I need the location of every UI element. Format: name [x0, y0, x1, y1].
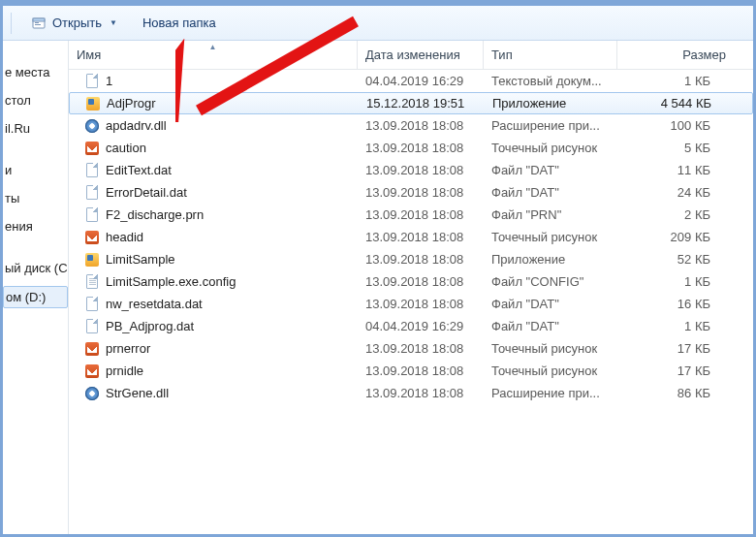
- cell-date: 13.09.2018 18:08: [358, 252, 484, 267]
- bmp-icon: [84, 230, 100, 245]
- cell-date: 13.09.2018 18:08: [358, 386, 484, 400]
- txt-icon: [84, 74, 100, 89]
- table-row[interactable]: 104.04.2019 16:29Текстовый докум...1 КБ: [69, 70, 753, 92]
- table-row[interactable]: caution13.09.2018 18:08Точечный рисунок5…: [69, 137, 753, 159]
- sidebar: е местастолil.Ruитыенияый диск (Cом (D:): [3, 41, 69, 534]
- cell-date: 04.04.2019 16:29: [358, 74, 484, 88]
- svg-rect-3: [35, 24, 41, 25]
- table-row[interactable]: F2_discharge.prn13.09.2018 18:08Файл "PR…: [69, 204, 753, 226]
- file-rows: 104.04.2019 16:29Текстовый докум...1 КБA…: [69, 70, 753, 534]
- cell-type: Расширение при...: [484, 118, 617, 133]
- table-row[interactable]: LimitSample.exe.config13.09.2018 18:08Фа…: [69, 270, 753, 293]
- cell-type: Точечный рисунок: [484, 141, 617, 155]
- file-name: LimitSample.exe.config: [106, 274, 236, 289]
- cell-size: 11 КБ: [617, 163, 734, 177]
- cell-name: apdadrv.dll: [69, 118, 358, 134]
- sidebar-item[interactable]: е места: [3, 62, 68, 82]
- file-name: LimitSample: [106, 252, 175, 267]
- cell-name: EditText.dat: [69, 163, 358, 178]
- cell-type: Текстовый докум...: [484, 74, 617, 88]
- table-row[interactable]: LimitSample13.09.2018 18:08Приложение52 …: [69, 248, 753, 270]
- page-icon: [84, 297, 100, 312]
- sidebar-item[interactable]: ый диск (C: [3, 258, 68, 278]
- sidebar-item[interactable]: il.Ru: [3, 118, 68, 139]
- cell-size: 52 КБ: [617, 252, 734, 267]
- sidebar-item[interactable]: [3, 48, 68, 54]
- cell-date: 15.12.2018 19:51: [359, 96, 485, 111]
- table-row[interactable]: apdadrv.dll13.09.2018 18:08Расширение пр…: [69, 114, 753, 137]
- page-icon: [84, 185, 100, 201]
- sidebar-item[interactable]: стол: [3, 90, 68, 111]
- col-type[interactable]: Тип: [484, 41, 617, 69]
- table-row[interactable]: headid13.09.2018 18:08Точечный рисунок20…: [69, 226, 753, 248]
- table-row[interactable]: ErrorDetail.dat13.09.2018 18:08Файл "DAT…: [69, 181, 753, 204]
- cell-date: 13.09.2018 18:08: [358, 118, 484, 133]
- toolbar: Открыть ▼ Новая папка: [3, 6, 753, 41]
- cell-date: 13.09.2018 18:08: [358, 274, 484, 289]
- sidebar-item[interactable]: [3, 146, 68, 152]
- svg-rect-2: [35, 22, 39, 23]
- cell-size: 1 КБ: [617, 319, 734, 333]
- cell-name: LimitSample.exe.config: [69, 274, 358, 290]
- cell-size: 17 КБ: [617, 363, 734, 378]
- cell-size: 86 КБ: [617, 386, 734, 400]
- open-icon: [31, 16, 47, 31]
- cell-date: 13.09.2018 18:08: [358, 207, 484, 222]
- table-row[interactable]: AdjProgr15.12.2018 19:51Приложение4 544 …: [69, 92, 753, 114]
- cell-name: headid: [69, 230, 358, 245]
- app-icon: [85, 96, 101, 111]
- table-row[interactable]: nw_resetdata.dat13.09.2018 18:08Файл "DA…: [69, 293, 753, 315]
- cell-name: StrGene.dll: [69, 386, 358, 401]
- cell-type: Файл "DAT": [484, 319, 617, 333]
- table-row[interactable]: prnidle13.09.2018 18:08Точечный рисунок1…: [69, 360, 753, 382]
- cell-name: prnidle: [69, 363, 358, 379]
- sidebar-item[interactable]: ения: [3, 216, 68, 237]
- col-date[interactable]: Дата изменения: [358, 41, 484, 69]
- cell-size: 1 КБ: [617, 74, 734, 88]
- col-size[interactable]: Размер: [617, 41, 734, 69]
- gear-icon: [84, 386, 100, 401]
- table-row[interactable]: prnerror13.09.2018 18:08Точечный рисунок…: [69, 337, 753, 360]
- cell-type: Приложение: [485, 96, 618, 111]
- file-name: 1: [106, 74, 112, 88]
- explorer-window: Открыть ▼ Новая папка е местастолil.Ruит…: [0, 0, 756, 537]
- cell-type: Точечный рисунок: [484, 341, 617, 356]
- sidebar-item[interactable]: [3, 244, 68, 250]
- cell-name: caution: [69, 141, 358, 156]
- file-name: prnidle: [106, 363, 143, 378]
- cell-name: AdjProgr: [70, 96, 359, 111]
- cell-size: 100 КБ: [617, 118, 734, 133]
- file-name: F2_discharge.prn: [106, 207, 204, 222]
- table-row[interactable]: EditText.dat13.09.2018 18:08Файл "DAT"11…: [69, 159, 753, 181]
- open-button[interactable]: Открыть ▼: [21, 12, 127, 35]
- svg-rect-1: [33, 18, 45, 21]
- file-name: caution: [106, 141, 146, 155]
- newfolder-button[interactable]: Новая папка: [133, 12, 226, 34]
- table-row[interactable]: PB_Adjprog.dat04.04.2019 16:29Файл "DAT"…: [69, 315, 753, 337]
- cell-type: Файл "DAT": [484, 163, 617, 177]
- open-label: Открыть: [52, 16, 102, 30]
- cell-date: 13.09.2018 18:08: [358, 141, 484, 155]
- cell-size: 2 КБ: [617, 207, 734, 222]
- cell-type: Файл "CONFIG": [484, 274, 617, 289]
- cell-name: F2_discharge.prn: [69, 207, 358, 223]
- table-row[interactable]: StrGene.dll13.09.2018 18:08Расширение пр…: [69, 382, 753, 404]
- cell-type: Точечный рисунок: [484, 230, 617, 244]
- sidebar-item[interactable]: ты: [3, 188, 68, 208]
- cell-date: 04.04.2019 16:29: [358, 319, 484, 333]
- file-name: AdjProgr: [107, 96, 156, 111]
- cell-name: PB_Adjprog.dat: [69, 319, 358, 334]
- sidebar-item[interactable]: ом (D:): [3, 286, 68, 308]
- cell-size: 5 КБ: [617, 141, 734, 155]
- file-name: EditText.dat: [106, 163, 172, 177]
- col-name[interactable]: ▲ Имя: [69, 41, 358, 69]
- sidebar-item[interactable]: и: [3, 160, 68, 180]
- cell-size: 209 КБ: [617, 230, 734, 244]
- cell-name: 1: [69, 74, 358, 89]
- gear-icon: [84, 118, 100, 134]
- file-name: StrGene.dll: [106, 386, 169, 400]
- column-headers: ▲ Имя Дата изменения Тип Размер: [69, 41, 753, 70]
- file-name: ErrorDetail.dat: [106, 185, 187, 200]
- file-name: prnerror: [106, 341, 150, 356]
- cell-date: 13.09.2018 18:08: [358, 163, 484, 177]
